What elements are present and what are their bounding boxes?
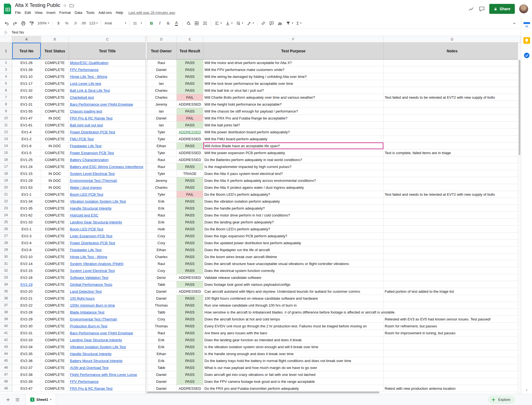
cell-F12[interactable]: Will the power distribution board perfor… [203,129,384,136]
cell-E13[interactable]: ADDRESSED [177,136,203,142]
cell-G28[interactable] [384,240,521,246]
cell-B7[interactable]: COMPLETE [41,94,69,101]
cell-B10[interactable]: IN DOC [41,115,69,122]
cell-C31[interactable]: System Vibration Analysis (Flight) [69,260,146,267]
cell-E11[interactable]: PASS [177,122,203,129]
cell-D40[interactable]: Thomas [146,323,177,330]
row-header-12[interactable]: 12 [0,129,12,136]
text-rotation-button[interactable]: ▾ [245,20,255,27]
cell-C34[interactable]: Gimbal Performance Tests [69,281,146,288]
cell-G40[interactable]: Room for refinement, but passes [384,323,521,330]
cell-C4[interactable]: Hinge Life Test - Wiring [69,73,146,80]
cell-B3[interactable]: COMPLETE [41,66,69,73]
cell-A21[interactable]: EV1-1 [12,191,41,198]
cell-A5[interactable]: EV1-17 [12,80,41,87]
test-title-link[interactable]: FMU PCB Test [70,137,94,141]
cell-F45[interactable]: Do the battery trays hold the battery in… [203,357,384,364]
test-title-link[interactable]: Software Validation Test [70,276,108,280]
cell-E37[interactable]: PASS [177,302,203,309]
cell-A13[interactable]: EV1-2 [12,136,41,142]
cell-G7[interactable]: Test failed and needs to be retested at … [384,94,521,101]
cell-B28[interactable]: COMPLETE [41,240,69,246]
print-button[interactable] [19,20,27,27]
cell-A36[interactable]: EV2-21 [12,295,41,302]
cell-A31[interactable]: EV2-14 [12,260,41,267]
collapse-toolbar-button[interactable] [510,20,518,27]
test-title-link[interactable]: Water / dust ingress [70,185,102,190]
cell-D39[interactable]: Cory [146,316,177,323]
row-header-23[interactable]: 23 [0,205,12,212]
cell-B19[interactable]: IN DOC [41,177,69,184]
cell-C38[interactable]: Blade Imbalance Test [69,309,146,316]
cell-C16[interactable]: Battery Characterization [69,156,146,163]
cell-D1[interactable]: Test Owner [146,43,177,59]
cell-G34[interactable] [384,281,521,288]
cell-G35[interactable]: Failed portion of test added to the tria… [384,288,521,295]
cell-E25[interactable]: PASS [177,219,203,226]
row-header-2[interactable]: 2 [0,59,12,66]
row-header-3[interactable]: 3 [0,66,12,73]
cell-B43[interactable]: COMPLETE [41,343,69,350]
cell-A23[interactable]: EV1-35 [12,205,41,212]
cell-B21[interactable]: COMPLETE [41,191,69,198]
cell-G5[interactable] [384,80,521,87]
row-header-10[interactable]: 10 [0,115,12,122]
redo-button[interactable] [11,20,19,27]
row-header-16[interactable]: 16 [0,156,12,163]
cell-F38[interactable]: How senstive is the aircraft to imbalanc… [203,309,384,316]
cell-G32[interactable] [384,267,521,274]
cell-C2[interactable]: Motor/ESC Qualification [69,59,146,66]
test-title-link[interactable]: Flopdapter Life Test [70,144,102,148]
test-title-link[interactable]: FRX Pro & RC Range Test [70,116,113,120]
cell-C23[interactable]: Handle Structural Integrity [69,205,146,212]
move-folder-icon[interactable] [69,3,74,7]
cell-C40[interactable]: Production Burn-in Test [69,323,146,330]
cell-E41[interactable]: PASS [177,330,203,337]
cell-C9[interactable]: Chassis loading test [69,108,146,115]
cell-B39[interactable]: COMPLETE [41,316,69,323]
vertical-scrollbar[interactable] [518,43,521,394]
cell-A25[interactable]: EV1-33 [12,219,41,226]
cell-C33[interactable]: Software Validation Test [69,274,146,281]
cell-B2[interactable]: COMPLETE [41,59,69,66]
cell-B45[interactable]: COMPLETE [41,357,69,364]
row-header-35[interactable]: 35 [0,288,12,295]
cell-A7[interactable]: EV1-60 [12,94,41,101]
row-header-27[interactable]: 27 [0,233,12,240]
undo-button[interactable] [3,20,11,27]
cell-C6[interactable]: Ball Link & Strut Life Test [69,87,146,94]
sheets-logo-icon[interactable] [4,4,12,14]
column-header-A[interactable]: A [12,36,41,43]
cell-D7[interactable]: Charles [146,94,177,101]
cell-F5[interactable]: Will the lock lever performance be accep… [203,80,384,87]
row-header-22[interactable]: 22 [0,198,12,205]
test-title-link[interactable]: Flight Performance with Ring Lever Loose [70,373,137,377]
cell-B26[interactable]: COMPLETE [41,226,69,233]
insert-link-button[interactable] [259,20,267,27]
cell-C27[interactable]: Logic Expansion PCB Test [69,233,146,240]
vertical-scrollbar-thumb[interactable] [519,60,520,155]
cell-B40[interactable]: COMPLETE [41,323,69,330]
test-title-link[interactable]: Lock Lever Life test [70,81,101,86]
text-color-button[interactable]: A [173,20,180,27]
cell-D32[interactable]: Cory [146,267,177,274]
cell-F3[interactable]: Will the FPV performance make customers … [203,66,384,73]
cell-F23[interactable]: Does the handle perform adequately? [203,205,384,212]
menu-addons[interactable]: Add-ons [97,10,114,15]
cell-E32[interactable]: PASS [177,267,203,274]
test-title-link[interactable]: 100 flight hours [70,296,95,300]
cell-D42[interactable]: Erik [146,337,177,343]
cell-C48[interactable]: FPV Performance [69,378,146,385]
row-header-15[interactable]: 15 [0,149,12,156]
format-currency-button[interactable]: $ [55,20,62,27]
test-title-link[interactable]: FPV Performance [70,379,98,384]
cell-B4[interactable]: COMPLETE [41,73,69,80]
select-all-corner[interactable] [0,36,12,43]
cell-D8[interactable]: Jeremy [146,101,177,108]
cell-B22[interactable]: COMPLETE [41,198,69,205]
test-title-link[interactable]: Blade Imbalance Test [70,310,104,314]
cell-G21[interactable]: Test failed and needs to be retested at … [384,191,521,198]
hide-side-panel-chevron-icon[interactable]: › [526,388,527,392]
cell-B38[interactable]: COMPLETE [41,309,69,316]
cell-D12[interactable]: Tyler [146,129,177,136]
